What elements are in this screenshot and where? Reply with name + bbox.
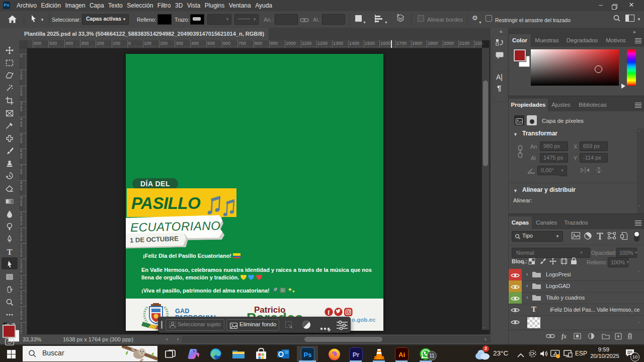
svg-text:f: f <box>328 309 330 316</box>
svg-text:Pr: Pr <box>353 351 360 358</box>
svg-text:Ai: Ai <box>398 351 405 358</box>
svg-text:T: T <box>7 248 13 256</box>
svg-text:Ps: Ps <box>304 351 312 358</box>
svg-text:fx: fx <box>561 333 567 340</box>
